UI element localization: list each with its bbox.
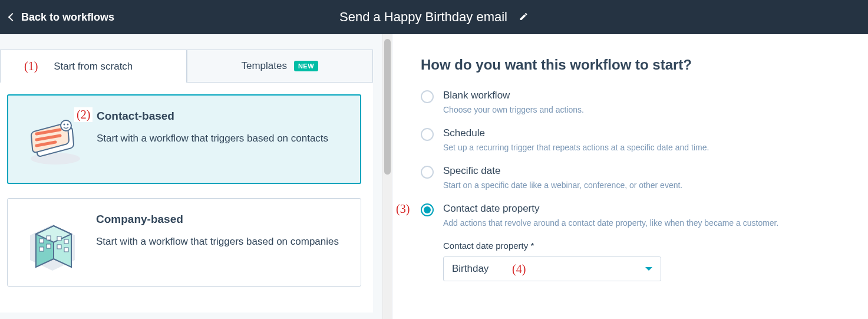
select-value: Birthday (452, 263, 489, 275)
radio-circle-icon (421, 128, 434, 141)
svg-rect-18 (64, 239, 68, 244)
svg-point-7 (64, 124, 65, 126)
contact-date-select[interactable]: Birthday (4) (443, 256, 661, 281)
card-company-based[interactable]: Company-based Start with a workflow that… (7, 198, 361, 287)
left-panel: (1) Start from scratch Templates NEW (2) (0, 34, 392, 319)
radio-contactdate-desc: Add actions that revolve around a contac… (443, 218, 778, 228)
chevron-left-icon (8, 13, 16, 21)
card-contact-based[interactable]: (2) (7, 94, 361, 184)
svg-rect-19 (57, 245, 61, 249)
back-label: Back to workflows (21, 11, 114, 24)
pencil-icon[interactable] (519, 9, 529, 25)
svg-point-6 (61, 120, 71, 131)
new-badge: NEW (294, 61, 318, 71)
card-company-title: Company-based (96, 213, 339, 226)
radio-blank-title: Blank workflow (443, 90, 584, 101)
scroll-thumb[interactable] (384, 39, 391, 175)
workflow-title: Send a Happy Birthday email (339, 9, 507, 25)
svg-rect-17 (57, 236, 61, 241)
caret-down-icon (645, 267, 652, 271)
radio-contact-date-property[interactable]: (3) Contact date property Add actions th… (421, 203, 844, 228)
svg-rect-14 (47, 236, 51, 240)
svg-rect-20 (64, 248, 68, 252)
contact-illustration-icon (20, 110, 85, 169)
tab-templates-label: Templates (241, 60, 286, 72)
back-to-workflows-link[interactable]: Back to workflows (9, 11, 114, 24)
workflow-title-container: Send a Happy Birthday email (339, 9, 529, 25)
right-panel: How do you want this workflow to start? … (392, 34, 868, 319)
radio-circle-icon (421, 90, 434, 103)
annotation-3: (3) (394, 202, 412, 216)
radio-circle-icon (421, 166, 434, 179)
tabs: (1) Start from scratch Templates NEW (0, 50, 373, 83)
right-heading: How do you want this workflow to start? (421, 57, 844, 73)
company-illustration-icon (19, 213, 84, 272)
radio-contactdate-title: Contact date property (443, 203, 778, 215)
svg-rect-16 (47, 244, 51, 248)
card-contact-title: Contact-based (97, 110, 328, 123)
tab-start-from-scratch[interactable]: (1) Start from scratch (0, 50, 187, 83)
svg-rect-13 (39, 239, 44, 243)
annotation-4: (4) (510, 262, 528, 277)
contact-date-field-group: Contact date property * Birthday (4) (443, 241, 844, 281)
top-bar: Back to workflows Send a Happy Birthday … (0, 0, 868, 34)
radio-blank-workflow[interactable]: Blank workflow Choose your own triggers … (421, 90, 844, 114)
tab-scratch-label: Start from scratch (54, 61, 133, 73)
card-contact-desc: Start with a workflow that triggers base… (97, 131, 328, 146)
svg-point-8 (67, 124, 69, 126)
radio-blank-desc: Choose your own triggers and actions. (443, 105, 584, 114)
radio-schedule-title: Schedule (443, 127, 709, 139)
card-company-desc: Start with a workflow that triggers base… (96, 234, 339, 249)
radio-circle-checked-icon (421, 203, 434, 216)
tab-templates[interactable]: Templates NEW (187, 50, 374, 83)
radio-schedule-desc: Set up a recurring trigger that repeats … (443, 143, 709, 152)
contact-date-label: Contact date property * (443, 241, 844, 251)
annotation-1: (1) (22, 59, 40, 74)
scrollbar[interactable] (382, 34, 392, 319)
radio-specific-title: Specific date (443, 165, 682, 177)
svg-rect-15 (39, 247, 44, 251)
card-list: (2) (0, 83, 373, 313)
radio-schedule[interactable]: Schedule Set up a recurring trigger that… (421, 127, 844, 152)
radio-specific-date[interactable]: Specific date Start on a specific date l… (421, 165, 844, 190)
radio-specific-desc: Start on a specific date like a webinar,… (443, 180, 682, 190)
